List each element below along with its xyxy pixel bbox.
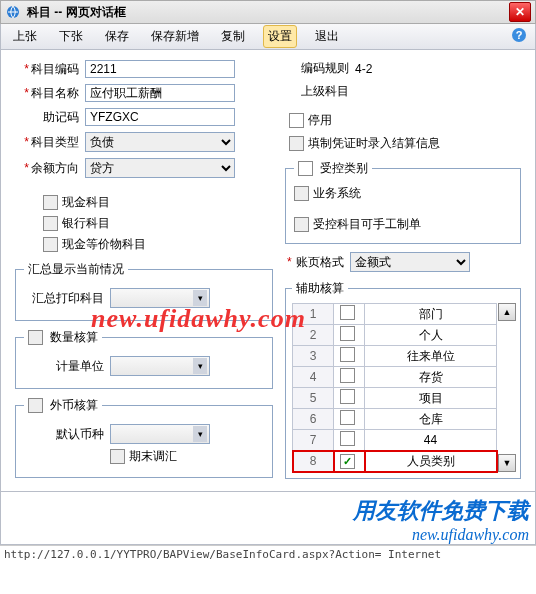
aux-row-checkbox[interactable] — [340, 305, 355, 320]
biz-checkbox[interactable] — [294, 186, 309, 201]
print-dropdown[interactable]: ▾ — [110, 288, 210, 308]
exit-button[interactable]: 退出 — [311, 26, 343, 47]
cash-checkbox[interactable] — [43, 195, 58, 210]
balance-label: 余额方向 — [31, 161, 79, 175]
bank-label: 银行科目 — [62, 215, 110, 232]
row-index: 6 — [293, 409, 334, 430]
chevron-down-icon: ▾ — [193, 290, 207, 306]
mnemonic-label: 助记码 — [43, 110, 79, 124]
scroll-down-button[interactable]: ▼ — [498, 454, 516, 472]
name-label: 科目名称 — [31, 86, 79, 100]
qty-legend: 数量核算 — [50, 330, 98, 344]
code-label: 科目编码 — [31, 62, 79, 76]
aux-row-checkbox[interactable] — [340, 368, 355, 383]
aux-row-checkbox[interactable] — [340, 347, 355, 362]
unit-label: 计量单位 — [24, 358, 104, 375]
row-index: 7 — [293, 430, 334, 451]
qty-checkbox[interactable] — [28, 330, 43, 345]
disable-label: 停用 — [308, 112, 332, 129]
unit-dropdown[interactable]: ▾ — [110, 356, 210, 376]
status-bar: http://127.0.0.1/YYTPRO/BAPView/BaseInfo… — [0, 545, 536, 563]
form-content: *科目编码 *科目名称 助记码 *科目类型 负债 *余额方向 贷方 现金科目 银… — [0, 50, 536, 492]
aux-row-name: 往来单位 — [365, 346, 497, 367]
print-label: 汇总打印科目 — [24, 290, 104, 307]
aux-group: 辅助核算 1部门2个人3往来单位4存货5项目6仓库7448人员类别 ▲ ▼ — [285, 280, 521, 479]
fx-checkbox[interactable] — [28, 398, 43, 413]
qty-group: 数量核算 计量单位 ▾ — [15, 329, 273, 389]
settings-button[interactable]: 设置 — [263, 25, 297, 48]
balance-select[interactable]: 贷方 — [85, 158, 235, 178]
endadj-checkbox[interactable] — [110, 449, 125, 464]
rule-label: 编码规则 — [279, 60, 349, 77]
fill-checkbox[interactable] — [289, 136, 304, 151]
rule-value: 4-2 — [355, 62, 372, 76]
code-input[interactable] — [85, 60, 235, 78]
bank-checkbox[interactable] — [43, 216, 58, 231]
controlled-legend: 受控类别 — [320, 161, 368, 175]
aux-row-name: 人员类别 — [365, 451, 497, 472]
cash-label: 现金科目 — [62, 194, 110, 211]
copy-button[interactable]: 复制 — [217, 26, 249, 47]
next-button[interactable]: 下张 — [55, 26, 87, 47]
bottom-wm-line2: new.ufidawhy.com — [1, 526, 529, 544]
controlled-checkbox[interactable] — [298, 161, 313, 176]
chevron-down-icon: ▾ — [193, 426, 207, 442]
window-title: 科目 -- 网页对话框 — [27, 4, 509, 21]
aux-row-checkbox[interactable] — [340, 454, 355, 469]
bottom-watermark: 用友软件免费下载 new.ufidawhy.com — [0, 492, 536, 545]
table-row: 4存货 — [293, 367, 497, 388]
pageformat-select[interactable]: 金额式 — [350, 252, 470, 272]
aux-row-name: 部门 — [365, 304, 497, 325]
controlled-group: 受控类别 业务系统 受控科目可手工制单 — [285, 160, 521, 244]
summary-group: 汇总显示当前情况 汇总打印科目 ▾ — [15, 261, 273, 321]
type-select[interactable]: 负债 — [85, 132, 235, 152]
bottom-wm-line1: 用友软件免费下载 — [1, 496, 529, 526]
summary-legend: 汇总显示当前情况 — [24, 261, 128, 278]
manual-label: 受控科目可手工制单 — [313, 216, 421, 233]
save-button[interactable]: 保存 — [101, 26, 133, 47]
row-index: 5 — [293, 388, 334, 409]
chevron-down-icon: ▾ — [193, 358, 207, 374]
aux-table: 1部门2个人3往来单位4存货5项目6仓库7448人员类别 — [292, 303, 497, 472]
row-index: 8 — [293, 451, 334, 472]
parent-label: 上级科目 — [279, 83, 349, 100]
aux-row-checkbox[interactable] — [340, 431, 355, 446]
aux-row-name: 44 — [365, 430, 497, 451]
aux-row-checkbox[interactable] — [340, 326, 355, 341]
endadj-label: 期末调汇 — [129, 448, 177, 465]
aux-row-name: 仓库 — [365, 409, 497, 430]
fx-legend: 外币核算 — [50, 398, 98, 412]
aux-row-checkbox[interactable] — [340, 389, 355, 404]
aux-row-name: 个人 — [365, 325, 497, 346]
fx-group: 外币核算 默认币种 ▾ 期末调汇 — [15, 397, 273, 478]
row-index: 2 — [293, 325, 334, 346]
row-index: 4 — [293, 367, 334, 388]
aux-row-checkbox[interactable] — [340, 410, 355, 425]
table-row: 3往来单位 — [293, 346, 497, 367]
table-row: 8人员类别 — [293, 451, 497, 472]
left-column: *科目编码 *科目名称 助记码 *科目类型 负债 *余额方向 贷方 现金科目 银… — [9, 60, 279, 487]
disable-checkbox[interactable] — [289, 113, 304, 128]
manual-checkbox[interactable] — [294, 217, 309, 232]
table-row: 744 — [293, 430, 497, 451]
close-button[interactable]: ✕ — [509, 2, 531, 22]
aux-row-name: 存货 — [365, 367, 497, 388]
scroll-up-button[interactable]: ▲ — [498, 303, 516, 321]
aux-legend: 辅助核算 — [292, 280, 348, 297]
row-index: 3 — [293, 346, 334, 367]
title-bar: 科目 -- 网页对话框 ✕ — [0, 0, 536, 24]
help-icon[interactable]: ? — [511, 27, 527, 46]
currency-label: 默认币种 — [24, 426, 104, 443]
table-row: 5项目 — [293, 388, 497, 409]
ie-icon — [5, 4, 21, 20]
casheq-checkbox[interactable] — [43, 237, 58, 252]
name-input[interactable] — [85, 84, 235, 102]
currency-dropdown[interactable]: ▾ — [110, 424, 210, 444]
fill-label: 填制凭证时录入结算信息 — [308, 135, 440, 152]
svg-text:?: ? — [516, 29, 523, 41]
prev-button[interactable]: 上张 — [9, 26, 41, 47]
save-new-button[interactable]: 保存新增 — [147, 26, 203, 47]
aux-row-name: 项目 — [365, 388, 497, 409]
mnemonic-input[interactable] — [85, 108, 235, 126]
type-label: 科目类型 — [31, 135, 79, 149]
